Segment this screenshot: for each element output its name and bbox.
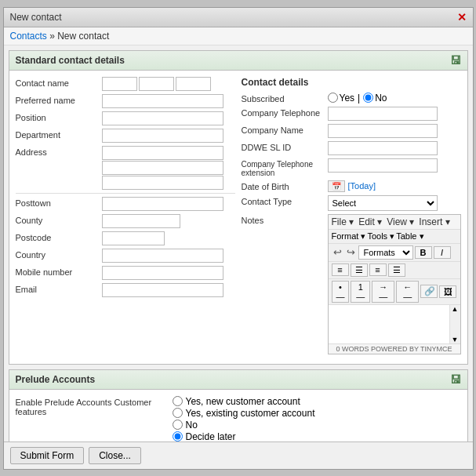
menu-view[interactable]: View ▾	[387, 216, 414, 227]
customer-option-3[interactable]: Decide later	[173, 431, 315, 441]
menu-file[interactable]: File ▾	[332, 216, 354, 227]
format-select[interactable]: Formats	[358, 245, 413, 260]
window-title: New contact	[10, 12, 62, 23]
postcode-input[interactable]	[102, 231, 165, 245]
dob-row: Date of Birth 📅 [Today]	[242, 180, 461, 192]
department-row: Department	[16, 129, 235, 143]
standard-contact-section: Standard contact details 🖫 Contact name	[9, 50, 468, 365]
scroll-up-arrow[interactable]: ▲	[450, 305, 460, 313]
position-field	[102, 111, 235, 125]
align-justify-button[interactable]: ☰	[388, 263, 405, 277]
scroll-down-arrow[interactable]: ▼	[450, 336, 460, 343]
contact-details-title: Contact details	[242, 77, 461, 88]
contact-name-input-3[interactable]	[176, 77, 211, 91]
tinymce-toolbar-1: Format ▾ Tools ▾ Table ▾	[329, 230, 460, 244]
subscribed-yes-label[interactable]: Yes	[328, 93, 355, 104]
address-input-3[interactable]	[102, 176, 223, 190]
align-center-button[interactable]: ☰	[351, 263, 368, 277]
customer-radio-1[interactable]	[173, 408, 183, 418]
menu-edit[interactable]: Edit ▾	[358, 216, 382, 227]
redo-button[interactable]: ↪	[345, 246, 357, 258]
address-label: Address	[16, 146, 102, 157]
contact-type-select[interactable]: Select	[328, 195, 438, 211]
preferred-name-input[interactable]	[102, 94, 223, 108]
image-button[interactable]: 🖼	[439, 285, 456, 298]
ordered-list-button[interactable]: 1—	[351, 281, 370, 303]
email-field	[102, 283, 235, 297]
menu-format[interactable]: Format ▾	[332, 231, 366, 242]
contact-name-input-2[interactable]	[139, 77, 174, 91]
prelude-section-header: Prelude Accounts 🖫	[9, 370, 467, 390]
address-input-2[interactable]	[102, 161, 223, 175]
subscribed-yes-radio[interactable]	[328, 93, 338, 103]
address-row: Address	[16, 146, 235, 190]
menu-table[interactable]: Table ▾	[396, 231, 423, 242]
tinymce-editor: File ▾ Edit ▾ View ▾ Insert ▾ Format ▾ T…	[328, 214, 461, 354]
customer-radio-2[interactable]	[173, 420, 183, 430]
department-label: Department	[16, 129, 102, 140]
department-input[interactable]	[102, 129, 223, 143]
country-input[interactable]	[102, 249, 223, 263]
customer-radio-0[interactable]	[173, 396, 183, 406]
company-tel-label: Company Telephone	[242, 107, 328, 118]
calendar-button[interactable]: 📅	[328, 180, 345, 192]
customer-option-2[interactable]: No	[173, 420, 315, 431]
indent-button[interactable]: →—	[372, 281, 394, 303]
subscribed-no-label[interactable]: No	[363, 93, 387, 104]
postcode-field	[102, 231, 235, 245]
menu-tools[interactable]: Tools ▾	[367, 231, 394, 242]
close-button[interactable]: Close...	[89, 447, 141, 464]
notes-textarea[interactable]	[329, 305, 449, 343]
prelude-section-icon: 🖫	[450, 373, 461, 386]
outdent-button[interactable]: ←—	[396, 281, 419, 303]
customer-radio-3[interactable]	[173, 431, 183, 441]
email-input[interactable]	[102, 283, 223, 297]
notes-row: Notes File ▾ Edit ▾ View ▾ Insert ▾	[242, 214, 461, 354]
mobile-input[interactable]	[102, 266, 223, 280]
customer-option-1[interactable]: Yes, existing customer account	[173, 408, 315, 419]
dob-label: Date of Birth	[242, 180, 328, 191]
address-field	[102, 146, 235, 190]
tinymce-body[interactable]: ▲ ▼	[329, 305, 460, 344]
bullet-list-button[interactable]: •—	[332, 281, 350, 303]
company-tel-ext-label: Company Telephone extension	[242, 158, 328, 177]
footer-bar: Submit Form Close...	[4, 441, 473, 469]
county-input[interactable]	[102, 214, 180, 228]
preferred-name-label: Preferred name	[16, 94, 102, 105]
bold-button[interactable]: B	[415, 246, 432, 259]
align-left-button[interactable]: ≡	[332, 263, 349, 276]
italic-button[interactable]: I	[434, 246, 451, 259]
address-input-1[interactable]	[102, 146, 223, 160]
today-link[interactable]: [Today]	[348, 181, 376, 191]
customer-option-0[interactable]: Yes, new customer account	[173, 396, 315, 407]
subscribed-label: Subscribed	[242, 93, 328, 104]
close-icon[interactable]: ✕	[457, 11, 467, 24]
standard-section-body: Contact name Preferred name	[9, 71, 467, 364]
county-field	[102, 214, 235, 228]
content-area: Standard contact details 🖫 Contact name	[4, 45, 473, 441]
contact-details-col: Contact details Subscribed Yes | No	[242, 77, 461, 358]
company-tel-ext-input[interactable]	[328, 158, 438, 173]
customer-features-row: Enable Prelude Accounts Customer feature…	[16, 396, 461, 441]
menu-insert[interactable]: Insert ▾	[419, 216, 449, 227]
ddwe-id-input[interactable]	[328, 141, 438, 155]
link-button[interactable]: 🔗	[420, 285, 438, 298]
subscribed-no-radio[interactable]	[363, 93, 373, 103]
notes-editor-container: File ▾ Edit ▾ View ▾ Insert ▾ Format ▾ T…	[328, 214, 461, 354]
undo-button[interactable]: ↩	[332, 246, 343, 258]
prelude-section-title: Prelude Accounts	[16, 374, 96, 385]
company-name-input[interactable]	[328, 124, 438, 138]
subscribed-radio-group: Yes | No	[328, 93, 387, 104]
submit-button[interactable]: Submit Form	[10, 447, 85, 464]
contact-name-input-1[interactable]	[102, 77, 137, 91]
main-window: New contact ✕ Contacts » New contact Sta…	[3, 7, 474, 470]
ddwe-id-label: DDWE SL ID	[242, 141, 328, 152]
posttown-input[interactable]	[102, 197, 223, 211]
postcode-row: Postcode	[16, 231, 235, 245]
company-tel-input[interactable]	[328, 107, 438, 121]
standard-section-title: Standard contact details	[16, 55, 125, 66]
position-input[interactable]	[102, 111, 223, 125]
breadcrumb-parent[interactable]: Contacts	[10, 31, 47, 42]
align-right-button[interactable]: ≡	[369, 263, 387, 276]
company-name-label: Company Name	[242, 124, 328, 135]
